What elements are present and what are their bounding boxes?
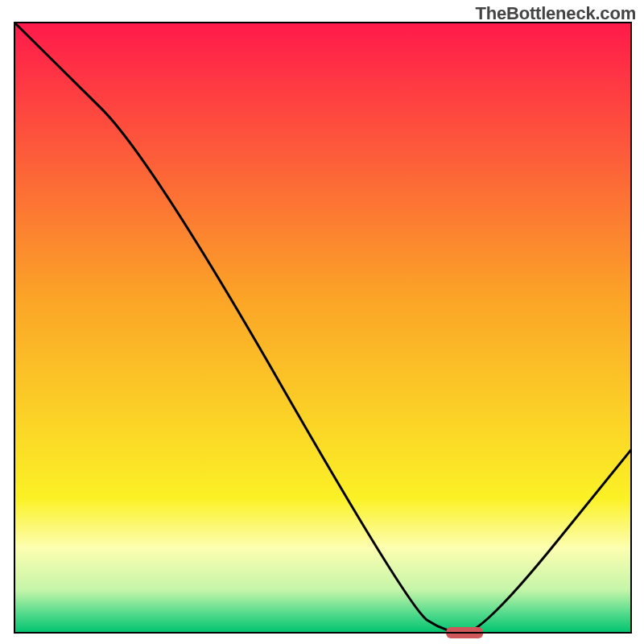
watermark: TheBottleneck.com <box>475 3 636 24</box>
plot-svg <box>0 0 644 644</box>
bottleneck-chart: TheBottleneck.com <box>0 0 644 644</box>
